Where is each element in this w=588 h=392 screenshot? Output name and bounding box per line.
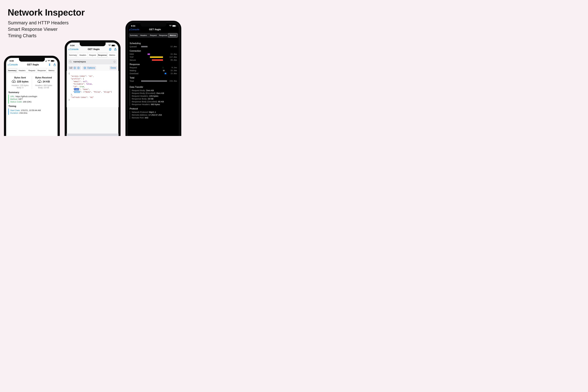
clock: 9:04 bbox=[70, 44, 74, 46]
search-input[interactable] bbox=[73, 60, 112, 63]
clear-icon[interactable] bbox=[113, 60, 116, 63]
tab-headers[interactable]: Headers bbox=[17, 68, 27, 73]
summary-url-val: https://github.com/login bbox=[16, 95, 37, 98]
timing-bar bbox=[141, 59, 167, 61]
item-key: Remote Address: bbox=[132, 114, 148, 116]
search-icon bbox=[70, 60, 72, 63]
svg-point-7 bbox=[78, 67, 80, 69]
tab-response[interactable]: Response bbox=[158, 33, 168, 38]
item-key: Request Body (Encoded): bbox=[132, 92, 156, 94]
bytes-sent-headers: Headers: 225 bytes bbox=[8, 84, 32, 86]
wifi-icon bbox=[169, 25, 172, 27]
done-button[interactable]: Done bbox=[109, 66, 117, 70]
tab-headers[interactable]: Headers bbox=[139, 33, 148, 38]
keyboard[interactable]: qwertyuiop bbox=[67, 134, 118, 136]
find-counter: 1/2 bbox=[68, 66, 81, 70]
json-str: "Align" bbox=[103, 91, 111, 93]
section-header: Total bbox=[130, 76, 177, 79]
share-icon[interactable] bbox=[53, 63, 56, 66]
battery-icon bbox=[112, 45, 115, 46]
tab-response[interactable]: Response bbox=[98, 53, 108, 57]
copy-icon[interactable] bbox=[109, 48, 112, 51]
back-button[interactable]: ‹ Console bbox=[8, 63, 18, 66]
tab-metrics[interactable]: Metrics bbox=[108, 53, 117, 57]
clock: 9:00 bbox=[10, 60, 14, 62]
nav-bar: ‹ Console GET /login bbox=[128, 27, 179, 32]
section-header: Connection bbox=[130, 50, 177, 52]
timing-label: Queued bbox=[130, 46, 140, 48]
tab-response[interactable]: Response bbox=[37, 68, 46, 73]
options-label: Options bbox=[87, 67, 95, 69]
json-key: "email" bbox=[73, 80, 81, 82]
tab-summary[interactable]: Summary bbox=[129, 33, 139, 38]
bytes-sent-value: 225 bytes bbox=[17, 80, 28, 83]
prev-match-icon[interactable] bbox=[74, 67, 76, 69]
list-item: Request Body: Zero KB bbox=[132, 89, 177, 92]
tab-headers[interactable]: Headers bbox=[78, 53, 88, 57]
svg-point-4 bbox=[70, 61, 71, 62]
tab-summary[interactable]: Summary bbox=[68, 53, 78, 57]
json-null: null bbox=[83, 80, 87, 82]
summary-block: URL: https://github.com/login Method: GE… bbox=[8, 95, 55, 104]
options-button[interactable]: Options bbox=[82, 66, 96, 70]
share-icon[interactable] bbox=[114, 48, 117, 51]
svg-point-9 bbox=[84, 68, 84, 68]
tab-request[interactable]: Request bbox=[148, 33, 158, 38]
tab-request[interactable]: Request bbox=[27, 68, 37, 73]
item-val: Zero KB bbox=[146, 89, 154, 92]
svg-point-11 bbox=[85, 68, 86, 68]
svg-rect-1 bbox=[110, 48, 111, 50]
item-val: 443 bbox=[145, 116, 148, 119]
tab-segmented: Summary Headers Request Response Metrics bbox=[68, 53, 117, 58]
timing-start-val: 1/31/21, 10:59:44 AM bbox=[21, 109, 41, 112]
list-item: Response Body: 23 KB bbox=[132, 98, 177, 100]
item-key: Request Body: bbox=[132, 89, 146, 92]
item-val: 23 KB bbox=[148, 98, 154, 100]
timing-segment bbox=[141, 80, 167, 82]
pin-icon[interactable] bbox=[48, 63, 51, 66]
tab-segmented: Summary Headers Request Response Metrics bbox=[7, 68, 56, 73]
next-match-icon[interactable] bbox=[77, 67, 80, 69]
item-key: Remote Port: bbox=[132, 116, 145, 119]
timing-label: TCP bbox=[130, 56, 140, 58]
json-str: "Pulse" bbox=[93, 91, 101, 93]
back-label: Console bbox=[9, 63, 18, 66]
timing-value: 15.8ms bbox=[168, 72, 177, 74]
summary-status-val: 200 (OK) bbox=[23, 100, 32, 103]
svg-point-10 bbox=[85, 68, 85, 68]
item-val: http/1.1 bbox=[149, 111, 156, 113]
timing-value: 117.0ms bbox=[168, 56, 177, 58]
tab-metrics[interactable]: Metrics bbox=[168, 33, 178, 38]
back-button[interactable]: ‹ Console bbox=[68, 48, 78, 51]
nav-title: GET /login bbox=[19, 63, 47, 66]
data-transfer-block: Request Body: Zero KBRequest Body (Encod… bbox=[130, 89, 177, 106]
item-key: Response Headers: bbox=[132, 103, 151, 106]
back-button[interactable]: ‹ Console bbox=[129, 28, 139, 31]
tab-summary[interactable]: Summary bbox=[8, 68, 17, 73]
timing-row: Total234.0ms bbox=[130, 80, 177, 82]
timing-segment bbox=[148, 54, 150, 55]
tab-request[interactable]: Request bbox=[88, 53, 98, 57]
item-key: Request Headers: bbox=[132, 95, 149, 97]
summary-status-key: Status Code: bbox=[10, 100, 22, 103]
json-key: "refresh-token" bbox=[71, 96, 87, 98]
json-key: "access-token" bbox=[71, 75, 86, 77]
timing-value: 99.0ms bbox=[168, 59, 177, 61]
json-viewer[interactable]: { "access-token": "a1", "profile": { "em… bbox=[67, 71, 118, 107]
tab-metrics[interactable]: Metrics bbox=[46, 68, 56, 73]
search-field[interactable] bbox=[68, 59, 117, 64]
json-str: "kean" bbox=[82, 88, 89, 90]
json-key: "id" bbox=[73, 86, 77, 88]
timing-dur-key: Duration: bbox=[10, 112, 19, 114]
timing-value: 57.8ms bbox=[168, 46, 177, 48]
list-item: Network Protocol: http/1.1 bbox=[132, 111, 177, 113]
item-val: 65 KB bbox=[158, 100, 164, 103]
timing-start-key: Start Date: bbox=[10, 109, 20, 112]
json-match-current: name bbox=[74, 88, 79, 90]
section-header: Response bbox=[130, 63, 177, 66]
timing-label: Secure bbox=[130, 59, 140, 61]
item-val: 225 bytes bbox=[149, 95, 158, 97]
timing-row: DNS22.0ms bbox=[130, 53, 177, 55]
section-data-transfer: Data Transfer bbox=[130, 86, 177, 88]
back-label: Console bbox=[130, 28, 139, 31]
